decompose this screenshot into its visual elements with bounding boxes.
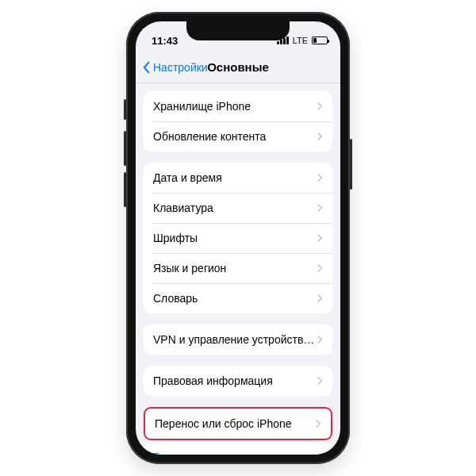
nav-title: Основные [207,60,269,74]
settings-row[interactable]: Выключить [144,442,332,455]
row-label: Обновление контента [153,130,317,143]
chevron-right-icon [317,376,323,386]
row-label: Шрифты [153,232,317,244]
settings-group: Правовая информация [144,366,332,396]
settings-row[interactable]: Обновление контента [144,121,332,152]
settings-row[interactable]: Шрифты [144,223,332,253]
settings-row[interactable]: Дата и время [144,163,332,193]
notch [186,21,290,40]
battery-icon [312,36,328,44]
mute-switch [124,99,126,120]
settings-row[interactable]: Словарь [144,283,332,313]
row-label: Клавиатура [153,202,317,214]
settings-group: Перенос или сброс iPhone [144,407,332,440]
status-time: 11:43 [152,35,178,47]
back-label: Настройки [153,61,208,74]
phone-frame: 11:43 LTE Настройки Основные Хранилище i… [126,12,350,464]
chevron-right-icon [317,203,323,213]
nav-bar: Настройки Основные [136,52,340,83]
row-label: Хранилище iPhone [153,100,317,113]
volume-down-button [124,172,126,207]
settings-row[interactable]: Хранилище iPhone [144,91,332,121]
settings-content[interactable]: Хранилище iPhoneОбновление контентаДата … [136,83,340,455]
chevron-right-icon [317,294,323,303]
chevron-right-icon [317,335,323,344]
settings-row[interactable]: Клавиатура [144,193,332,223]
row-label: Дата и время [153,171,317,184]
row-label: VPN и управление устройством [153,333,317,346]
settings-group: Выключить [144,442,332,455]
chevron-right-icon [317,173,323,182]
chevron-right-icon [317,102,323,111]
settings-row[interactable]: Правовая информация [144,366,332,396]
screen: 11:43 LTE Настройки Основные Хранилище i… [136,21,340,455]
volume-up-button [124,131,126,166]
row-label: Язык и регион [153,262,317,274]
row-label: Выключить [153,451,323,455]
settings-row[interactable]: Язык и регион [144,253,332,283]
settings-group: Дата и времяКлавиатураШрифтыЯзык и регио… [144,163,332,313]
chevron-right-icon [317,132,323,141]
settings-group: VPN и управление устройством [144,324,332,355]
chevron-right-icon [315,419,321,428]
settings-row[interactable]: Перенос или сброс iPhone [145,409,331,439]
settings-row[interactable]: VPN и управление устройством [144,324,332,355]
carrier-label: LTE [293,36,308,45]
row-label: Правовая информация [153,374,317,387]
chevron-right-icon [317,263,323,273]
chevron-right-icon [317,233,323,243]
back-button[interactable]: Настройки [142,61,208,74]
settings-group: Хранилище iPhoneОбновление контента [144,91,332,152]
chevron-left-icon [142,61,152,74]
row-label: Перенос или сброс iPhone [155,417,315,430]
row-label: Словарь [153,292,317,305]
power-button [350,139,352,190]
